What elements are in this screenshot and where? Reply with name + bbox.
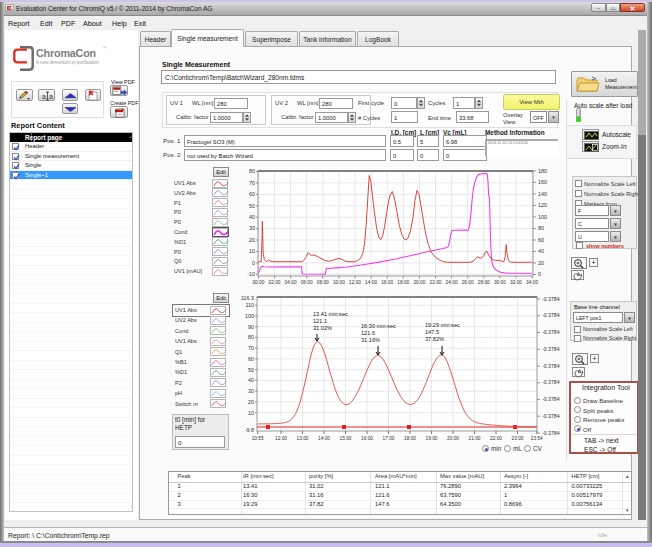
- svg-text:20: 20: [248, 399, 254, 405]
- svg-text:22:00: 22:00: [490, 436, 502, 441]
- svg-text:20:00: 20:00: [447, 436, 459, 441]
- svg-text:08:00: 08:00: [317, 280, 329, 285]
- svg-text:06:00: 06:00: [301, 280, 313, 285]
- svg-text:20: 20: [538, 260, 544, 266]
- svg-text:12:00: 12:00: [349, 280, 361, 285]
- svg-text:-0.3784: -0.3784: [542, 413, 560, 419]
- svg-text:80: 80: [538, 225, 544, 231]
- svg-text:17:00: 17:00: [382, 436, 394, 441]
- svg-text:70: 70: [248, 345, 254, 351]
- svg-text:12:00: 12:00: [275, 436, 287, 441]
- svg-text:50: 50: [248, 367, 254, 373]
- svg-text:140: 140: [538, 191, 547, 197]
- svg-text:120: 120: [538, 202, 547, 208]
- svg-text:80: 80: [248, 334, 254, 340]
- svg-text:-0.3784: -0.3784: [542, 329, 560, 335]
- svg-text:-0.3784: -0.3784: [542, 379, 560, 385]
- svg-text:a: a: [42, 93, 46, 100]
- svg-text:22:00: 22:00: [429, 280, 441, 285]
- svg-text:02:00: 02:00: [268, 280, 280, 285]
- svg-text:19:29 min:sec: 19:29 min:sec: [425, 322, 460, 328]
- svg-text:160: 160: [538, 179, 547, 185]
- svg-text:13:00: 13:00: [296, 436, 308, 441]
- svg-text:40: 40: [538, 248, 544, 254]
- svg-text:16:00: 16:00: [361, 436, 373, 441]
- svg-text:60: 60: [538, 237, 544, 243]
- svg-text:-0.3784: -0.3784: [542, 430, 560, 436]
- svg-text:31.02%: 31.02%: [313, 325, 332, 331]
- svg-text:24:00: 24:00: [446, 280, 458, 285]
- svg-text:110: 110: [245, 302, 254, 308]
- svg-text:32:00: 32:00: [510, 280, 522, 285]
- svg-text:-10: -10: [247, 271, 255, 277]
- svg-text:-9.8: -9.8: [245, 427, 254, 433]
- svg-text:121.1: 121.1: [313, 318, 327, 324]
- svg-text:18:00: 18:00: [404, 436, 416, 441]
- svg-text:100: 100: [538, 214, 547, 220]
- svg-text:19:00: 19:00: [425, 436, 437, 441]
- svg-text:50: 50: [249, 203, 255, 209]
- svg-text:26:00: 26:00: [462, 280, 474, 285]
- svg-text:30: 30: [248, 388, 254, 394]
- svg-text:10: 10: [248, 410, 254, 416]
- svg-text:20: 20: [249, 237, 255, 243]
- svg-text:14:00: 14:00: [318, 436, 330, 441]
- svg-text:10:00: 10:00: [333, 280, 345, 285]
- svg-text:147.5: 147.5: [425, 329, 439, 335]
- svg-text:30:00: 30:00: [494, 280, 506, 285]
- svg-text:14:00: 14:00: [365, 280, 377, 285]
- svg-text:04:00: 04:00: [285, 280, 297, 285]
- svg-text:37.82%: 37.82%: [425, 336, 444, 342]
- svg-text:-0.3784: -0.3784: [542, 346, 560, 352]
- svg-text:18:00: 18:00: [397, 280, 409, 285]
- svg-text:21:00: 21:00: [468, 436, 480, 441]
- svg-text:40: 40: [248, 377, 254, 383]
- svg-text:60: 60: [248, 356, 254, 362]
- svg-text:40: 40: [249, 214, 255, 220]
- svg-text:16:00: 16:00: [381, 280, 393, 285]
- svg-text:a: a: [49, 93, 53, 100]
- svg-text:16:30 min:sec: 16:30 min:sec: [361, 323, 396, 329]
- svg-text:80: 80: [249, 168, 255, 174]
- svg-text:20:00: 20:00: [413, 280, 425, 285]
- svg-text:116.3: 116.3: [241, 295, 254, 301]
- svg-text:10: 10: [249, 248, 255, 254]
- svg-text:60: 60: [249, 191, 255, 197]
- svg-text:-0.3784: -0.3784: [542, 396, 560, 402]
- svg-text:-0.3784: -0.3784: [542, 296, 560, 302]
- svg-text:31.16%: 31.16%: [361, 337, 380, 343]
- svg-text:00:00: 00:00: [252, 280, 264, 285]
- svg-text:0: 0: [538, 271, 541, 277]
- svg-text:-0.3784: -0.3784: [542, 363, 560, 369]
- svg-text:23:54: 23:54: [531, 436, 543, 441]
- svg-text:10:55: 10:55: [252, 436, 264, 441]
- svg-text:0: 0: [252, 260, 255, 266]
- svg-text:15:00: 15:00: [339, 436, 351, 441]
- svg-text:30: 30: [249, 225, 255, 231]
- svg-text:34:00: 34:00: [526, 280, 538, 285]
- svg-text:90: 90: [248, 324, 254, 330]
- svg-text:70: 70: [249, 180, 255, 186]
- svg-text:28:00: 28:00: [478, 280, 490, 285]
- svg-text:100: 100: [245, 313, 254, 319]
- svg-text:180: 180: [538, 168, 547, 174]
- svg-text:-0.3784: -0.3784: [542, 312, 560, 318]
- svg-text:121.6: 121.6: [361, 330, 375, 336]
- svg-text:23:00: 23:00: [511, 436, 523, 441]
- svg-text:13.41 min:sec: 13.41 min:sec: [313, 311, 348, 317]
